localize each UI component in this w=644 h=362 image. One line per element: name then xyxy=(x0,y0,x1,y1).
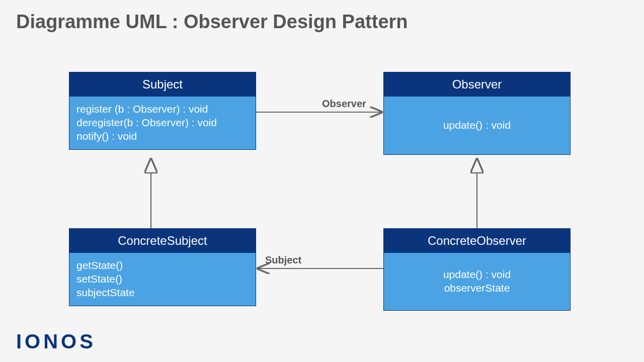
uml-method: getState() xyxy=(76,259,249,273)
uml-class-name: Observer xyxy=(384,72,570,97)
uml-method: register (b : Observer) : void xyxy=(76,103,249,116)
uml-class-body: register (b : Observer) : void deregiste… xyxy=(69,97,256,149)
uml-class-concrete-observer: ConcreteObserver update() : void observe… xyxy=(383,228,571,311)
uml-class-body: update() : void observerState xyxy=(384,253,570,310)
uml-method: update() : void xyxy=(391,268,563,282)
uml-method: setState() xyxy=(76,273,249,286)
uml-class-observer: Observer update() : void xyxy=(383,72,571,155)
uml-method: update() : void xyxy=(391,119,563,132)
association-label-subject: Subject xyxy=(265,254,301,266)
uml-class-name: ConcreteObserver xyxy=(384,229,570,253)
uml-attribute: subjectState xyxy=(76,286,249,300)
association-label-observer: Observer xyxy=(322,98,366,110)
uml-method: deregister(b : Observer) : void xyxy=(76,116,249,130)
uml-class-concrete-subject: ConcreteSubject getState() setState() su… xyxy=(69,228,256,306)
uml-class-name: Subject xyxy=(69,72,256,97)
uml-class-body: update() : void xyxy=(384,97,570,154)
diagram-title: Diagramme UML : Observer Design Pattern xyxy=(16,11,408,33)
uml-class-subject: Subject register (b : Observer) : void d… xyxy=(69,72,256,150)
uml-attribute: observerState xyxy=(391,282,563,295)
uml-class-body: getState() setState() subjectState xyxy=(69,253,256,306)
uml-method: notify() : void xyxy=(76,130,249,143)
uml-class-name: ConcreteSubject xyxy=(69,229,256,253)
brand-logo: IONOS xyxy=(16,330,96,353)
